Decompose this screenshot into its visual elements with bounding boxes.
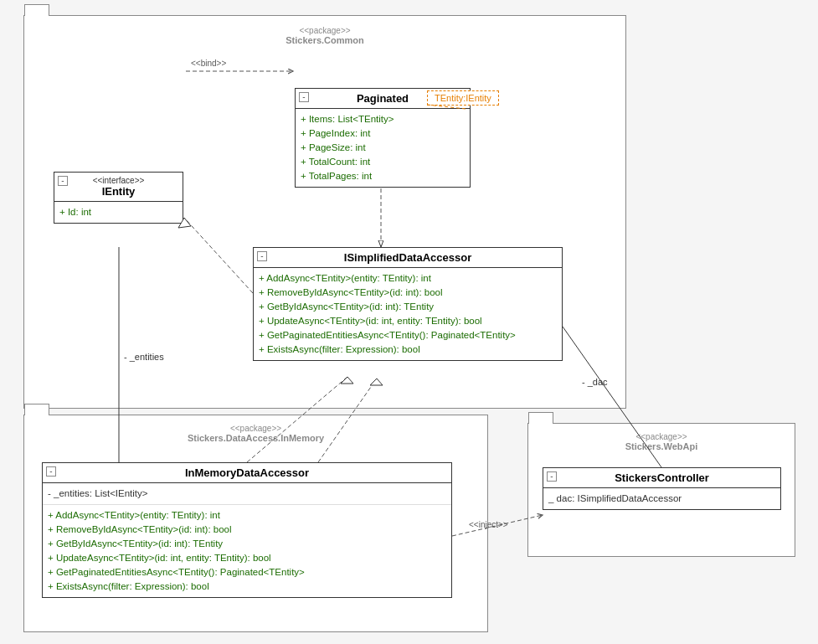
package-common-label: <<package>> Stickers.Common — [286, 26, 364, 45]
collapse-paginated[interactable]: - — [299, 92, 309, 102]
collapse-ientity[interactable]: - — [58, 176, 68, 186]
package-inmemory-label: <<package>> Stickers.DataAccess.InMemory — [188, 424, 324, 443]
class-ientity: - <<interface>> IEntity + Id: int — [54, 172, 183, 224]
class-inmemory-header: - InMemoryDataAccessor — [43, 463, 451, 483]
package-tab-common — [24, 4, 49, 16]
class-inmemory-private: - _entities: List<IEntity> — [43, 483, 451, 505]
class-controller: - StickersController _ dac: ISimplifiedD… — [543, 467, 781, 510]
class-ientity-body: + Id: int — [54, 202, 183, 223]
package-webapi-label: <<package>> Stickers.WebApi — [625, 432, 698, 451]
class-ientity-header: - <<interface>> IEntity — [54, 173, 183, 202]
tentity-label: TEntity:IEntity — [427, 90, 499, 106]
uml-diagram: <<package>> Stickers.Common - <<interfac… — [0, 0, 818, 644]
class-controller-body: _ dac: ISimplifiedDataAccessor — [543, 488, 780, 509]
class-isimplified-header: - ISimplifiedDataAccessor — [254, 248, 562, 268]
collapse-inmemory[interactable]: - — [46, 466, 56, 477]
class-inmemory-body: + AddAsync<TEntity>(entity: TEntity): in… — [43, 505, 451, 597]
collapse-isimplified[interactable]: - — [257, 251, 267, 261]
package-tab-inmemory — [24, 404, 49, 415]
class-controller-header: - StickersController — [543, 468, 780, 488]
class-inmemory: - InMemoryDataAccessor - _entities: List… — [42, 462, 452, 598]
class-isimplified-body: + AddAsync<TEntity>(entity: TEntity): in… — [254, 268, 562, 360]
class-paginated-body: + Items: List<TEntity> + PageIndex: int … — [296, 109, 470, 187]
package-tab-webapi — [528, 412, 553, 424]
collapse-controller[interactable]: - — [547, 471, 557, 482]
class-isimplified: - ISimplifiedDataAccessor + AddAsync<TEn… — [253, 247, 563, 361]
